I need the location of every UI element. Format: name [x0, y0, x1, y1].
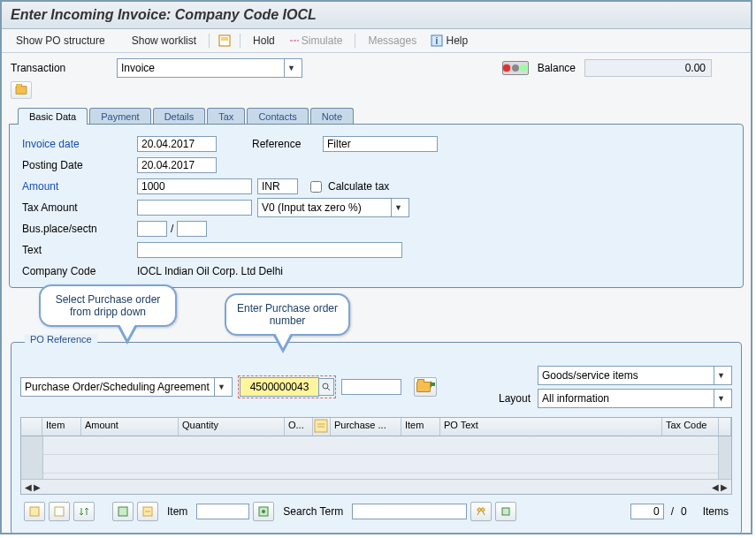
svg-text:i: i: [436, 36, 439, 46]
display-detail-icon[interactable]: [112, 502, 134, 521]
currency-field[interactable]: [257, 178, 298, 194]
svg-rect-9: [55, 507, 64, 516]
goods-service-select[interactable]: Goods/service items ▼: [538, 366, 732, 385]
simulate-button[interactable]: Simulate: [284, 33, 348, 49]
window-title: Enter Incoming Invoice: Company Code IOC…: [2, 2, 751, 29]
svg-line-6: [327, 388, 330, 390]
search-term-label: Search Term: [283, 505, 343, 518]
amount-label[interactable]: Amount: [19, 180, 137, 193]
company-value: IOCL Indian Oil Corp. Ltd Delhi: [137, 265, 283, 277]
show-worklist-button[interactable]: Show worklist: [126, 33, 202, 49]
chevron-down-icon: ▼: [391, 199, 405, 216]
find-icon[interactable]: [470, 502, 492, 521]
table-row[interactable]: [43, 455, 718, 474]
assign-button[interactable]: [414, 377, 437, 397]
transaction-label: Transaction: [5, 62, 117, 74]
header-toggle-icon[interactable]: [11, 81, 32, 99]
chevron-down-icon: ▼: [714, 367, 728, 384]
footer-item-label: Item: [167, 505, 187, 518]
reference-label: Reference: [252, 138, 323, 150]
search-help-icon[interactable]: [319, 378, 334, 396]
save-park-icon[interactable]: [217, 34, 233, 48]
application-toolbar: Show PO structure Show worklist Hold Sim…: [2, 29, 751, 53]
filter-icon[interactable]: [495, 502, 516, 521]
reference-field[interactable]: [323, 136, 438, 152]
po-reference-panel: Purchase Order/Scheduling Agreement ▼: [11, 342, 742, 534]
delete-row-icon[interactable]: [137, 502, 158, 521]
scroll-right-end-icon[interactable]: ▶: [721, 482, 728, 492]
sort-icon[interactable]: [73, 502, 95, 521]
tab-basic-data[interactable]: Basic Data: [18, 108, 88, 125]
table-row[interactable]: [43, 436, 718, 455]
tab-payment[interactable]: Payment: [89, 108, 150, 125]
po-reference-title: PO Reference: [25, 334, 97, 345]
layout-label: Layout: [499, 392, 531, 405]
col-po-text[interactable]: PO Text: [440, 418, 662, 436]
tab-note[interactable]: Note: [310, 108, 354, 125]
callout-select-dropdown: Select Purchase order from dripp down: [39, 284, 177, 327]
search-term-field[interactable]: [352, 504, 467, 519]
chevron-down-icon: ▼: [284, 59, 298, 77]
bus-place-field[interactable]: [137, 221, 167, 237]
po-number-field[interactable]: [240, 377, 319, 397]
scroll-right-icon[interactable]: ▶: [34, 482, 41, 492]
text-field[interactable]: [137, 242, 402, 258]
col-amount[interactable]: Amount: [81, 418, 179, 436]
posting-date-label: Posting Date: [19, 159, 137, 171]
tax-code-select[interactable]: V0 (Input tax zero %) ▼: [257, 198, 409, 217]
chevron-down-icon: ▼: [714, 390, 728, 407]
item-grid: Item Amount Quantity O... Purchase ... I…: [20, 417, 732, 495]
scroll-left-icon[interactable]: ◀: [25, 482, 32, 492]
tab-contacts[interactable]: Contacts: [247, 108, 308, 125]
help-button[interactable]: i Help: [425, 33, 473, 49]
balance-traffic-light-icon: [502, 61, 529, 75]
svg-rect-10: [118, 507, 127, 516]
posting-date-field[interactable]: [137, 157, 217, 173]
page-separator: /: [671, 505, 674, 518]
deselect-all-icon[interactable]: [49, 502, 70, 521]
select-all-icon[interactable]: [24, 502, 45, 521]
amount-field[interactable]: [137, 178, 252, 194]
tab-details[interactable]: Details: [153, 108, 206, 125]
position-icon[interactable]: [253, 502, 274, 521]
col-tax-code[interactable]: Tax Code: [662, 418, 719, 436]
show-po-structure-button[interactable]: Show PO structure: [11, 33, 111, 49]
text-label: Text: [19, 244, 137, 256]
tax-amount-label: Tax Amount: [19, 201, 137, 214]
item-toolbar: Item Search Term / 0 Items: [20, 498, 732, 525]
calculate-tax-checkbox[interactable]: Calculate tax: [307, 178, 389, 195]
bus-place-label: Bus.place/sectn: [19, 223, 137, 235]
balance-value: 0.00: [584, 59, 712, 77]
col-item[interactable]: Item: [42, 418, 81, 436]
grid-hscroll[interactable]: ◀ ▶ ◀ ▶: [21, 479, 731, 494]
calculate-tax-input[interactable]: [310, 181, 322, 193]
calculate-tax-label: Calculate tax: [328, 180, 389, 193]
col-po-item[interactable]: Item: [401, 418, 440, 436]
footer-item-field[interactable]: [196, 504, 249, 519]
callout-enter-number: Enter Purchase order number: [225, 293, 350, 336]
col-order-unit[interactable]: O...: [285, 418, 313, 436]
scroll-left-end-icon[interactable]: ◀: [712, 482, 719, 492]
invoice-date-field[interactable]: [137, 136, 217, 152]
header-tabstrip: Basic Data Payment Details Tax Contacts …: [18, 108, 747, 125]
po-ref-type-select[interactable]: Purchase Order/Scheduling Agreement ▼: [20, 377, 233, 397]
invoice-date-label[interactable]: Invoice date: [19, 138, 137, 150]
svg-point-14: [262, 510, 265, 513]
page-current-field[interactable]: [630, 504, 664, 519]
tax-amount-field[interactable]: [137, 200, 252, 216]
transaction-select[interactable]: Invoice ▼: [117, 58, 302, 78]
col-purchase[interactable]: Purchase ...: [331, 418, 401, 436]
col-selector-icon[interactable]: [313, 418, 331, 436]
messages-button[interactable]: Messages: [363, 33, 422, 49]
svg-rect-7: [315, 420, 327, 432]
page-total: 0: [681, 505, 687, 518]
balance-label: Balance: [538, 62, 576, 74]
col-quantity[interactable]: Quantity: [179, 418, 285, 436]
tab-tax[interactable]: Tax: [207, 108, 245, 125]
layout-select[interactable]: All information ▼: [538, 389, 732, 408]
svg-rect-15: [502, 508, 509, 515]
items-label: Items: [703, 505, 729, 518]
hold-button[interactable]: Hold: [248, 33, 280, 49]
section-field[interactable]: [177, 221, 207, 237]
po-item-field[interactable]: [341, 379, 401, 395]
